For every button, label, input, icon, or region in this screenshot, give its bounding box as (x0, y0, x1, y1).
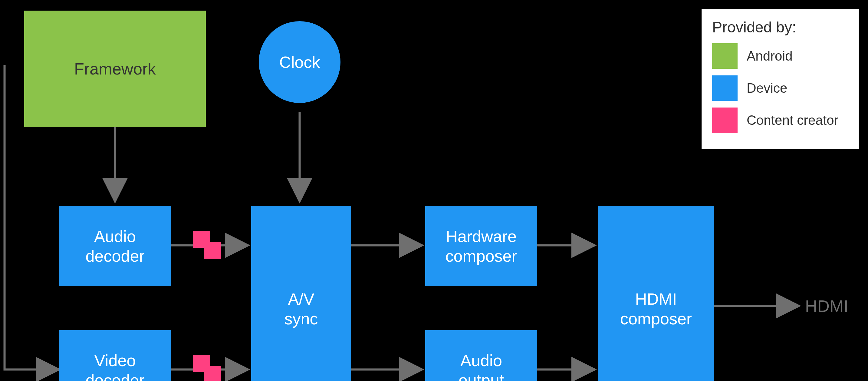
node-clock-label: Clock (279, 52, 320, 72)
node-clock: Clock (259, 21, 340, 103)
legend-swatch-device (712, 76, 738, 101)
legend-swatch-android (712, 43, 738, 69)
node-hw-composer: Hardware composer (425, 206, 537, 286)
node-framework: Framework (24, 10, 206, 127)
node-framework-label: Framework (74, 59, 156, 79)
node-av-sync: A/V sync (251, 206, 351, 381)
legend-swatch-content-creator (712, 108, 738, 133)
node-video-decoder-label: Video decoder (85, 351, 144, 381)
node-audio-decoder-label: Audio decoder (85, 227, 144, 266)
node-video-decoder: Video decoder (59, 330, 171, 381)
node-audio-decoder: Audio decoder (59, 206, 171, 286)
node-hw-composer-label: Hardware composer (445, 227, 517, 266)
legend-label: Android (747, 49, 793, 64)
output-label: HDMI (805, 296, 848, 316)
node-hdmi-composer: HDMI composer (598, 206, 714, 381)
node-audio-output: Audio output (425, 330, 537, 381)
legend-item-content-creator: Content creator (712, 108, 846, 133)
node-hdmi-composer-label: HDMI composer (620, 289, 692, 329)
content-creator-marker (204, 366, 221, 381)
legend-label: Device (747, 81, 787, 96)
legend: Provided by: Android Device Content crea… (702, 9, 859, 149)
legend-item-device: Device (712, 76, 846, 101)
legend-label: Content creator (747, 113, 838, 128)
content-creator-marker (204, 242, 221, 259)
node-av-sync-label: A/V sync (284, 289, 318, 329)
legend-title: Provided by: (712, 19, 846, 36)
node-audio-output-label: Audio output (459, 351, 504, 381)
legend-item-android: Android (712, 43, 846, 69)
diagram-canvas: Framework Clock Audio decoder Video deco… (0, 0, 868, 381)
